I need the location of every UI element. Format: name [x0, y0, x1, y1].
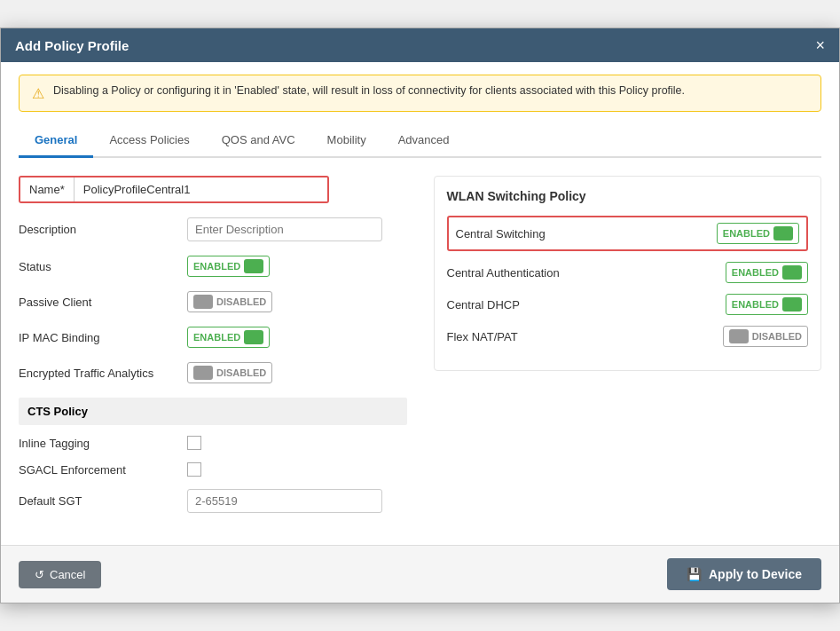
sgacl-checkbox[interactable]	[187, 462, 201, 477]
description-field-row: Description	[19, 217, 407, 241]
apply-to-device-button[interactable]: 💾 Apply to Device	[667, 558, 821, 590]
inline-tagging-row: Inline Tagging	[19, 436, 407, 450]
ip-mac-field-row: IP MAC Binding ENABLED	[19, 327, 407, 348]
passive-client-label: Passive Client	[19, 296, 187, 309]
status-toggle[interactable]: ENABLED	[187, 256, 270, 277]
name-label: Name*	[20, 177, 74, 201]
warning-banner: ⚠ Disabling a Policy or configuring it i…	[19, 75, 821, 112]
inline-tagging-label: Inline Tagging	[19, 437, 187, 450]
modal-header: Add Policy Profile ×	[1, 28, 839, 62]
tab-access-policies[interactable]: Access Policies	[93, 124, 205, 158]
central-auth-toggle[interactable]: ENABLED	[726, 262, 808, 283]
encrypted-traffic-knob	[193, 366, 213, 380]
description-label: Description	[19, 223, 187, 236]
status-toggle-wrapper: ENABLED	[187, 256, 407, 277]
central-switching-toggle[interactable]: ENABLED	[717, 223, 799, 244]
central-dhcp-row: Central DHCP ENABLED	[447, 294, 809, 315]
cancel-label: Cancel	[50, 568, 85, 581]
warning-text: Disabling a Policy or configuring it in …	[53, 84, 685, 97]
flex-nat-toggle[interactable]: DISABLED	[723, 326, 808, 347]
central-switching-toggle-wrapper: ENABLED	[717, 223, 799, 244]
encrypted-traffic-toggle-label: DISABLED	[216, 367, 266, 378]
flex-nat-toggle-label: DISABLED	[752, 331, 802, 342]
passive-client-knob	[193, 295, 213, 309]
warning-icon: ⚠	[32, 85, 44, 102]
name-field-wrapper: Name* PolicyProfileCentral1	[19, 176, 329, 203]
flex-nat-knob	[729, 329, 749, 343]
tab-qos-avc[interactable]: QOS and AVC	[206, 124, 311, 158]
status-label: Status	[19, 260, 187, 273]
tab-general[interactable]: General	[19, 124, 93, 158]
default-sgt-input[interactable]	[187, 489, 382, 513]
default-sgt-input-wrapper	[187, 489, 407, 513]
default-sgt-row: Default SGT	[19, 489, 407, 513]
flex-nat-label: Flex NAT/PAT	[447, 330, 723, 343]
ip-mac-toggle[interactable]: ENABLED	[187, 327, 270, 348]
right-panel: WLAN Switching Policy Central Switching …	[434, 176, 822, 527]
description-input[interactable]	[187, 217, 382, 241]
modal-title: Add Policy Profile	[15, 38, 129, 53]
inline-tagging-checkbox[interactable]	[187, 436, 201, 450]
cts-policy-section-header: CTS Policy	[19, 398, 407, 425]
flex-nat-toggle-wrapper: DISABLED	[723, 326, 808, 347]
encrypted-traffic-field-row: Encrypted Traffic Analytics DISABLED	[19, 362, 407, 383]
ip-mac-knob	[244, 330, 263, 344]
sgacl-label: SGACL Enforcement	[19, 463, 187, 477]
cancel-button[interactable]: ↺ Cancel	[19, 561, 101, 588]
central-auth-toggle-label: ENABLED	[732, 267, 779, 278]
central-switching-knob	[773, 226, 793, 241]
central-switching-row: Central Switching ENABLED	[447, 216, 809, 251]
ip-mac-toggle-label: ENABLED	[193, 332, 240, 343]
name-value[interactable]: PolicyProfileCentral1	[74, 177, 327, 201]
tab-advanced[interactable]: Advanced	[382, 124, 466, 158]
default-sgt-label: Default SGT	[19, 494, 187, 508]
central-auth-toggle-wrapper: ENABLED	[726, 262, 808, 283]
central-switching-toggle-label: ENABLED	[723, 228, 770, 239]
central-switching-label: Central Switching	[456, 227, 717, 241]
central-auth-row: Central Authentication ENABLED	[447, 262, 809, 283]
central-dhcp-toggle-label: ENABLED	[732, 299, 779, 310]
description-input-wrapper	[187, 217, 407, 241]
main-content: Name* PolicyProfileCentral1 Description …	[1, 158, 839, 545]
central-auth-knob	[782, 265, 802, 280]
encrypted-traffic-toggle-wrapper: DISABLED	[187, 362, 407, 383]
modal-footer: ↺ Cancel 💾 Apply to Device	[1, 545, 839, 603]
sgacl-row: SGACL Enforcement	[19, 462, 407, 477]
name-field-row: Name* PolicyProfileCentral1	[19, 176, 407, 203]
ip-mac-label: IP MAC Binding	[19, 331, 187, 344]
save-icon: 💾	[687, 567, 702, 581]
passive-client-field-row: Passive Client DISABLED	[19, 291, 407, 312]
status-toggle-label: ENABLED	[193, 261, 240, 272]
wlan-section-title: WLAN Switching Policy	[447, 189, 809, 203]
status-field-row: Status ENABLED	[19, 256, 407, 277]
passive-client-toggle[interactable]: DISABLED	[187, 291, 272, 312]
flex-nat-row: Flex NAT/PAT DISABLED	[447, 326, 809, 347]
central-dhcp-knob	[782, 297, 802, 312]
central-dhcp-label: Central DHCP	[447, 298, 726, 312]
passive-client-toggle-wrapper: DISABLED	[187, 291, 407, 312]
status-toggle-knob	[244, 259, 263, 273]
tab-mobility[interactable]: Mobility	[311, 124, 382, 158]
close-button[interactable]: ×	[815, 37, 825, 53]
left-panel: Name* PolicyProfileCentral1 Description …	[19, 176, 407, 527]
ip-mac-toggle-wrapper: ENABLED	[187, 327, 407, 348]
passive-client-toggle-label: DISABLED	[216, 296, 266, 307]
add-policy-profile-modal: Add Policy Profile × ⚠ Disabling a Polic…	[0, 28, 840, 603]
cancel-icon: ↺	[35, 568, 44, 581]
tab-bar: General Access Policies QOS and AVC Mobi…	[19, 124, 821, 158]
central-dhcp-toggle-wrapper: ENABLED	[726, 294, 808, 315]
wlan-switching-section: WLAN Switching Policy Central Switching …	[434, 176, 822, 371]
central-auth-label: Central Authentication	[447, 266, 726, 280]
encrypted-traffic-label: Encrypted Traffic Analytics	[19, 367, 187, 380]
apply-label: Apply to Device	[709, 567, 802, 581]
encrypted-traffic-toggle[interactable]: DISABLED	[187, 362, 272, 383]
central-dhcp-toggle[interactable]: ENABLED	[726, 294, 808, 315]
